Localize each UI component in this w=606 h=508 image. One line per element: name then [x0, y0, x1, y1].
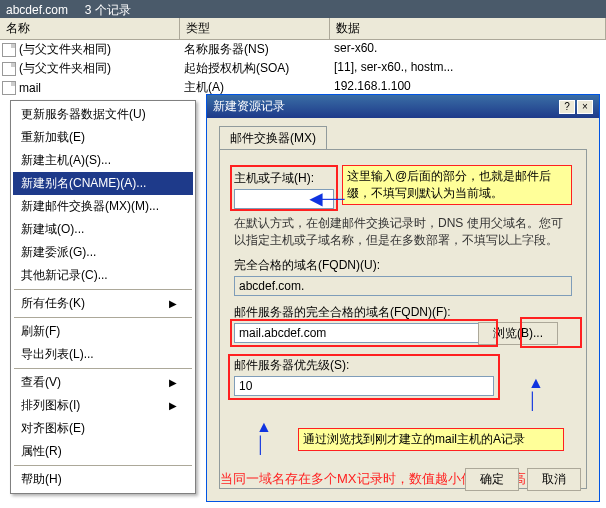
arrow-left-icon: ◀──	[310, 189, 345, 208]
menu-new-domain[interactable]: 新建域(O)...	[13, 218, 193, 241]
col-name[interactable]: 名称	[0, 18, 180, 39]
zone-titlebar: abcdef.com 3 个记录	[0, 0, 606, 18]
cancel-button[interactable]: 取消	[527, 468, 581, 491]
record-count: 3 个记录	[85, 3, 131, 17]
menu-export[interactable]: 导出列表(L)...	[13, 343, 193, 366]
menu-separator	[14, 368, 192, 369]
menu-new-delegation[interactable]: 新建委派(G)...	[13, 241, 193, 264]
dialog-titlebar[interactable]: 新建资源记录 ? ×	[207, 95, 599, 118]
chevron-right-icon: ▶	[169, 298, 177, 309]
help-icon[interactable]: ?	[559, 100, 575, 114]
callout-host: 这里输入@后面的部分，也就是邮件后缀，不填写则默认为当前域。	[342, 165, 572, 205]
menu-help[interactable]: 帮助(H)	[13, 468, 193, 491]
menu-other-records[interactable]: 其他新记录(C)...	[13, 264, 193, 287]
record-icon	[2, 81, 16, 95]
menu-separator	[14, 289, 192, 290]
priority-input[interactable]	[234, 376, 494, 396]
arrow-up-icon: ▲│	[256, 418, 272, 454]
domain-name: abcdef.com	[6, 3, 68, 17]
menu-refresh[interactable]: 刷新(F)	[13, 320, 193, 343]
menu-update-server[interactable]: 更新服务器数据文件(U)	[13, 103, 193, 126]
chevron-right-icon: ▶	[169, 377, 177, 388]
menu-arrange-icons[interactable]: 排列图标(I)▶	[13, 394, 193, 417]
new-record-dialog: 新建资源记录 ? × 邮件交换器(MX) 主机或子域(H): 这里输入@后面的部…	[206, 94, 600, 502]
record-icon	[2, 62, 16, 76]
table-row[interactable]: (与父文件夹相同) 名称服务器(NS) ser-x60.	[0, 40, 606, 59]
help-text: 在默认方式，在创建邮件交换记录时，DNS 使用父域名。您可以指定主机或子域名称，…	[234, 215, 572, 249]
tab-content: 主机或子域(H): 这里输入@后面的部分，也就是邮件后缀，不填写则默认为当前域。…	[219, 149, 587, 489]
fqdn-label: 完全合格的域名(FQDN)(U):	[234, 257, 572, 274]
arrow-up-icon: ▲│	[528, 374, 544, 410]
col-type[interactable]: 类型	[180, 18, 330, 39]
mailfqdn-input[interactable]	[234, 323, 494, 343]
callout-browse: 通过浏览找到刚才建立的mail主机的A记录	[298, 428, 564, 451]
ok-button[interactable]: 确定	[465, 468, 519, 491]
menu-view[interactable]: 查看(V)▶	[13, 371, 193, 394]
mailfqdn-label: 邮件服务器的完全合格的域名(FQDN)(F):	[234, 304, 572, 321]
menu-separator	[14, 465, 192, 466]
menu-new-mx[interactable]: 新建邮件交换器(MX)(M)...	[13, 195, 193, 218]
context-menu: 更新服务器数据文件(U) 重新加载(E) 新建主机(A)(S)... 新建别名(…	[10, 100, 196, 494]
table-header: 名称 类型 数据	[0, 18, 606, 40]
menu-align-icons[interactable]: 对齐图标(E)	[13, 417, 193, 440]
browse-button[interactable]: 浏览(B)...	[478, 322, 558, 345]
table-row[interactable]: (与父文件夹相同) 起始授权机构(SOA) [11], ser-x60., ho…	[0, 59, 606, 78]
fqdn-input	[234, 276, 572, 296]
col-data[interactable]: 数据	[330, 18, 606, 39]
tab-mx[interactable]: 邮件交换器(MX)	[219, 126, 327, 150]
menu-all-tasks[interactable]: 所有任务(K)▶	[13, 292, 193, 315]
priority-label: 邮件服务器优先级(S):	[234, 357, 572, 374]
menu-reload[interactable]: 重新加载(E)	[13, 126, 193, 149]
menu-properties[interactable]: 属性(R)	[13, 440, 193, 463]
record-icon	[2, 43, 16, 57]
chevron-right-icon: ▶	[169, 400, 177, 411]
dialog-title: 新建资源记录	[213, 98, 285, 115]
menu-new-cname[interactable]: 新建别名(CNAME)(A)...	[13, 172, 193, 195]
menu-new-host[interactable]: 新建主机(A)(S)...	[13, 149, 193, 172]
close-icon[interactable]: ×	[577, 100, 593, 114]
menu-separator	[14, 317, 192, 318]
